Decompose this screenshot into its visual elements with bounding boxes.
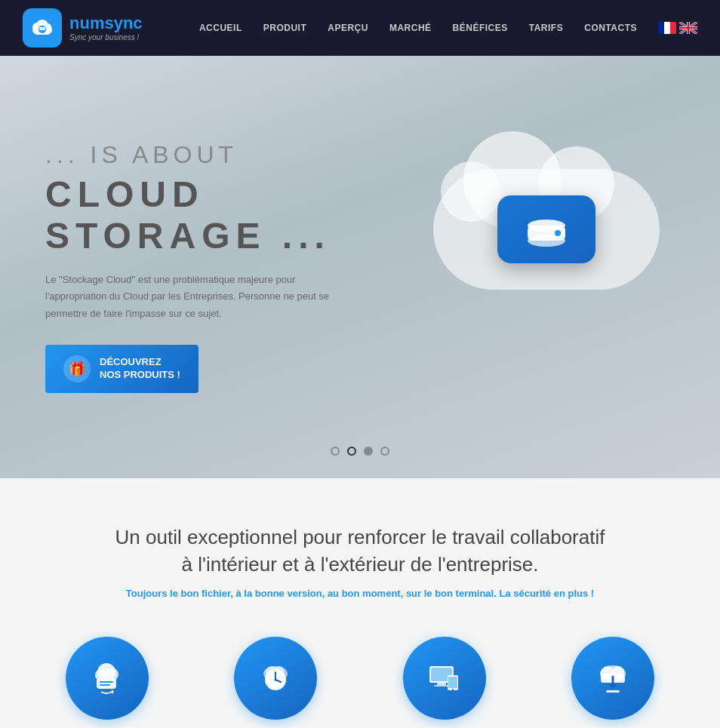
features-subtitle-highlight: La sécurité en plus ! (499, 588, 594, 599)
svg-point-25 (274, 679, 276, 681)
feature-sync-icon (66, 637, 149, 720)
nav-accueil[interactable]: ACCUEIL (199, 23, 242, 33)
nav-benefices[interactable]: BÉNÉFICES (453, 23, 508, 33)
svg-rect-14 (97, 678, 116, 689)
hero-content: ... IS ABOUT CLOUD STORAGE ... Le "Stock… (0, 96, 377, 438)
svg-point-10 (555, 230, 561, 236)
english-flag[interactable] (679, 22, 697, 34)
hero-subtitle: ... IS ABOUT (45, 141, 332, 169)
svg-rect-39 (606, 690, 620, 693)
dot-4[interactable] (380, 447, 389, 456)
feature-sync (66, 637, 149, 720)
features-subtitle-plain: Toujours le bon fichier, à la bonne vers… (126, 588, 497, 599)
features-title: Un outil exceptionnel pour renforcer le … (30, 524, 690, 579)
nav-apercu[interactable]: APERÇU (328, 23, 368, 33)
features-section: Un outil exceptionnel pour renforcer le … (0, 478, 720, 728)
feature-devices (403, 637, 486, 720)
nav-contacts[interactable]: CONTACTS (584, 23, 637, 33)
feature-download (571, 637, 654, 720)
feature-download-icon (571, 637, 654, 720)
navigation: ACCUEIL PRODUIT APERÇU MARCHÉ BÉNÉFICES … (199, 22, 697, 34)
svg-rect-16 (100, 684, 110, 686)
hero-description: Le "Stockage Cloud" est une problématiqu… (45, 272, 332, 321)
btn-line1: DÉCOUVREZ (100, 356, 180, 369)
svg-rect-31 (448, 677, 457, 688)
svg-rect-28 (437, 683, 446, 685)
discover-btn-text: DÉCOUVREZ NOS PRODUITS ! (100, 356, 180, 382)
nav-marche[interactable]: MARCHÉ (389, 23, 432, 33)
cloud-graphic (403, 124, 690, 335)
dot-2[interactable] (347, 447, 356, 456)
features-subtitle: Toujours le bon fichier, à la bonne vers… (30, 588, 690, 599)
cloud-bump-3 (441, 161, 501, 222)
cloud-storage-icon (497, 195, 595, 263)
french-flag[interactable] (658, 22, 676, 34)
discover-icon: 🎁 (63, 355, 91, 382)
carousel-dots (331, 447, 389, 456)
language-switcher (658, 22, 697, 34)
feature-versions (234, 637, 317, 720)
svg-rect-5 (39, 27, 45, 30)
logo: numsync Sync your business ! (23, 8, 143, 48)
nav-produit[interactable]: PRODUIT (263, 23, 307, 33)
logo-text: numsync Sync your business ! (69, 14, 143, 41)
feature-devices-icon (403, 637, 486, 720)
hero-illustration (403, 124, 690, 410)
btn-line2: NOS PRODUITS ! (100, 369, 180, 382)
features-icons-row (30, 637, 690, 720)
hero-section: ... IS ABOUT CLOUD STORAGE ... Le "Stock… (0, 56, 720, 478)
feature-versions-icon (234, 637, 317, 720)
svg-point-8 (528, 220, 565, 232)
dot-1[interactable] (331, 447, 340, 456)
dot-3[interactable] (364, 447, 373, 456)
svg-point-9 (528, 235, 565, 247)
nav-tarifs[interactable]: TARIFS (529, 23, 563, 33)
svg-marker-38 (609, 684, 617, 690)
logo-tagline: Sync your business ! (69, 33, 143, 41)
logo-icon (23, 8, 62, 48)
svg-point-32 (452, 689, 454, 690)
hero-title: CLOUD STORAGE ... (45, 174, 332, 256)
svg-rect-15 (100, 681, 113, 683)
svg-marker-17 (112, 690, 114, 694)
discover-button[interactable]: 🎁 DÉCOUVREZ NOS PRODUITS ! (45, 345, 198, 393)
svg-rect-29 (434, 685, 449, 687)
brand-name: numsync (69, 14, 143, 32)
header: numsync Sync your business ! ACCUEIL PRO… (0, 0, 720, 56)
